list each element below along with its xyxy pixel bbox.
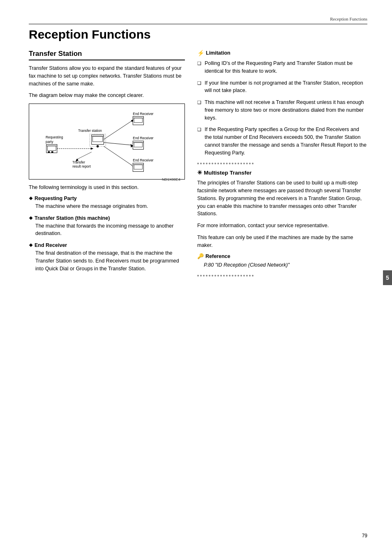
tab-5: 5: [383, 270, 392, 285]
diamond-icon-2: ❖: [29, 216, 33, 221]
dot: [252, 163, 254, 164]
multistep-text-3: This feature can only be used if the mac…: [197, 234, 367, 249]
svg-marker-24: [131, 120, 134, 122]
right-column: ⚡ Limitation Polling ID's of the Request…: [197, 50, 367, 281]
dot: [220, 275, 222, 276]
svg-text:Requesting: Requesting: [46, 136, 63, 140]
svg-marker-36: [131, 164, 133, 167]
dot: [212, 275, 213, 276]
dot: [240, 275, 242, 276]
transfer-station-diagram: Requesting party Transfer station: [29, 104, 185, 180]
svg-rect-5: [48, 151, 50, 153]
dot: [252, 275, 254, 276]
dot: [220, 163, 222, 164]
page-container: Reception Functions Reception Functions …: [0, 0, 392, 555]
page-number: 79: [362, 533, 367, 539]
svg-rect-3: [48, 146, 56, 150]
svg-text:End Receiver: End Receiver: [133, 136, 153, 140]
svg-rect-27: [134, 143, 142, 147]
page-title: Reception Functions: [29, 28, 367, 41]
dotted-divider-top: [197, 163, 367, 164]
dot: [214, 275, 216, 276]
dot: [235, 163, 236, 164]
multistep-title: Multistep Transfer: [204, 170, 251, 176]
dot: [243, 163, 245, 164]
terminology-intro: The following terminology is used in thi…: [29, 184, 185, 191]
limitation-item-1: Polling ID's of the Requesting Party and…: [197, 60, 367, 75]
dot: [200, 275, 202, 276]
term-title-end-receiver: ❖ End Receiver: [29, 242, 185, 248]
svg-line-29: [104, 143, 132, 145]
dot: [212, 163, 213, 164]
svg-line-23: [104, 121, 132, 140]
dot: [226, 163, 228, 164]
diagram-caption: ND1X00E4: [33, 177, 180, 182]
dot: [206, 163, 208, 164]
content-area: Transfer Station Transfer Stations allow…: [29, 50, 367, 281]
page-header: Reception Functions: [29, 16, 367, 24]
svg-text:result report: result report: [72, 164, 91, 168]
dot: [223, 275, 225, 276]
limitation-section: ⚡ Limitation Polling ID's of the Request…: [197, 50, 367, 157]
term-title-transfer-station: ❖ Transfer Station (this machine): [29, 215, 185, 221]
lightning-icon: ⚡: [197, 50, 204, 56]
dot: [229, 275, 231, 276]
dot: [217, 275, 219, 276]
limitation-item-2: If your line number is not programed at …: [197, 79, 367, 95]
intro-text: Transfer Stations allow you to expand th…: [29, 64, 185, 88]
svg-text:End Receiver: End Receiver: [133, 112, 153, 116]
dot: [229, 163, 231, 164]
dot: [206, 275, 208, 276]
svg-rect-21: [134, 118, 142, 122]
diagram-svg: Requesting party Transfer station: [33, 108, 180, 175]
svg-rect-11: [93, 136, 103, 142]
dot: [238, 163, 239, 164]
svg-marker-8: [91, 147, 94, 150]
dot: [209, 275, 210, 276]
dot: [246, 163, 248, 164]
reference-title-row: 🔑 Reference: [197, 253, 367, 259]
dot: [249, 163, 251, 164]
svg-text:party: party: [46, 140, 53, 144]
multistep-text-1: The principles of Transfer Stations can …: [197, 179, 367, 218]
section-heading-transfer: Transfer Station: [29, 50, 185, 60]
limitation-item-3: This machine will not receive a Transfer…: [197, 99, 367, 122]
diamond-icon-1: ❖: [29, 196, 33, 201]
svg-text:Transfer station: Transfer station: [78, 129, 102, 133]
dot: [223, 163, 225, 164]
reference-section: 🔑 Reference P.80 "ID Reception (Closed N…: [197, 253, 367, 269]
dot: [214, 163, 216, 164]
svg-rect-33: [134, 165, 142, 169]
dot: [249, 275, 251, 276]
limitation-title: Limitation: [206, 50, 231, 56]
dot: [246, 275, 248, 276]
dot: [235, 275, 236, 276]
reference-title: Reference: [205, 253, 230, 259]
diagram-note: The diagram below may make the concept c…: [29, 92, 185, 99]
dot: [197, 275, 199, 276]
term-requesting-party: ❖ Requesting Party The machine where the…: [29, 196, 185, 210]
svg-text:End Receiver: End Receiver: [133, 158, 153, 162]
dot: [203, 163, 205, 164]
reference-text: P.80 "ID Reception (Closed Network)": [197, 261, 367, 269]
svg-text:Transfer: Transfer: [72, 160, 85, 164]
dot: [200, 163, 202, 164]
limitation-list: Polling ID's of the Requesting Party and…: [197, 60, 367, 157]
dot: [217, 163, 219, 164]
limitation-item-4: If the Requesting Party specifies a Grou…: [197, 126, 367, 157]
svg-rect-20: [133, 116, 143, 124]
dot: [209, 163, 210, 164]
svg-rect-6: [51, 151, 53, 153]
dot: [243, 275, 245, 276]
left-column: Transfer Station Transfer Stations allow…: [29, 50, 185, 281]
dot: [238, 275, 239, 276]
multistep-title-row: ✳ Multistep Transfer: [197, 169, 367, 176]
dot: [232, 275, 233, 276]
term-desc-transfer-station: The machine that forwards the incoming m…: [29, 222, 185, 238]
term-transfer-station: ❖ Transfer Station (this machine) The ma…: [29, 215, 185, 238]
sun-icon: ✳: [197, 169, 202, 176]
dot: [203, 275, 205, 276]
svg-rect-26: [133, 141, 143, 149]
svg-line-35: [104, 146, 132, 166]
dot: [232, 163, 233, 164]
